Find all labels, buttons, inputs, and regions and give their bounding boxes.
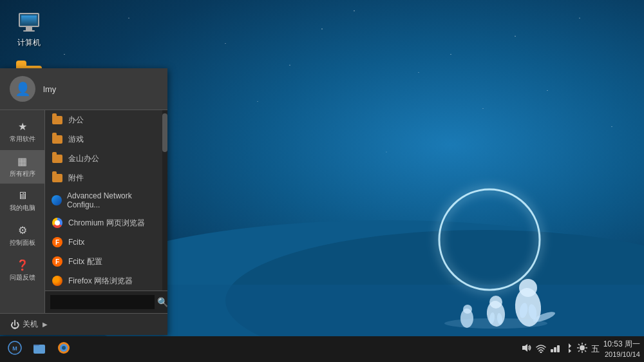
menu-item-games[interactable]: 游戏 [45, 129, 162, 149]
wifi-tray-icon[interactable] [536, 343, 546, 355]
menu-item-games-label: 游戏 [68, 134, 84, 145]
clock-time: 10:53 周一 [603, 339, 640, 350]
menu-item-jinshan[interactable]: 金山办公 [45, 149, 162, 168]
nav-all-programs-icon: ▦ [17, 155, 27, 167]
brightness-tray-icon[interactable] [577, 343, 587, 355]
bluetooth-tray-icon[interactable] [564, 343, 573, 355]
system-clock[interactable]: 10:53 周一 2019/10/14 [603, 339, 640, 359]
svg-line-35 [578, 350, 580, 352]
svg-point-21 [62, 346, 66, 350]
power-label: 关机 [23, 319, 38, 330]
menu-item-fcitx-label: Fcitx [68, 238, 84, 247]
settings-taskbar-icon: M [8, 341, 22, 358]
nav-feedback-icon: ❓ [16, 259, 29, 271]
taskbar: M [0, 336, 644, 362]
nav-my-computer-label: 我的电脑 [10, 204, 35, 213]
svg-marker-22 [522, 344, 527, 352]
svg-point-23 [540, 352, 542, 354]
fcitx-icon: F [52, 236, 63, 248]
nav-control-panel[interactable]: ⚙ 控制面板 [0, 219, 44, 252]
svg-rect-18 [33, 345, 45, 354]
menu-item-office[interactable]: 办公 [45, 110, 162, 129]
jinshan-folder-icon [52, 153, 63, 164]
clock-date: 2019/10/14 [605, 350, 640, 359]
start-menu: 👤 lmy ★ 常用软件 ▦ 所有程序 🖥 我的电脑 ⚙ [0, 68, 167, 335]
svg-rect-26 [557, 345, 560, 352]
menu-scroll-wrapper: 办公 游戏 金山办公 附件 [45, 110, 167, 291]
power-icon: ⏻ [10, 319, 19, 330]
power-button[interactable]: ⏻ 关机 ▶ [6, 317, 52, 332]
firefox-icon [52, 275, 63, 287]
menu-item-office-label: 办公 [68, 115, 84, 126]
svg-point-27 [580, 345, 585, 350]
menu-item-fcitx-config[interactable]: F Fcitx 配置 [45, 252, 162, 271]
nav-all-programs[interactable]: ▦ 所有程序 [0, 150, 44, 184]
system-tray: 五 10:53 周一 2019/10/14 [522, 339, 640, 359]
user-section: 👤 lmy [0, 68, 167, 110]
computer-icon [16, 9, 42, 35]
svg-point-15 [444, 318, 547, 329]
games-folder-icon [52, 133, 63, 145]
nav-my-computer[interactable]: 🖥 我的电脑 [0, 185, 44, 218]
menu-body: ★ 常用软件 ▦ 所有程序 🖥 我的电脑 ⚙ 控制面板 ❓ 问题反馈 [0, 110, 167, 313]
accessories-folder-icon [52, 172, 63, 184]
menu-item-fcitx[interactable]: F Fcitx [45, 233, 162, 252]
nav-common-software-label: 常用软件 [10, 135, 35, 144]
search-icon[interactable]: 🔍 [155, 296, 167, 309]
adv-network-icon [52, 195, 62, 206]
volume-tray-icon[interactable] [522, 343, 532, 355]
desktop-icon-computer[interactable]: 计算机 [6, 6, 52, 51]
svg-line-33 [585, 350, 586, 352]
search-box: 🔍 [45, 291, 167, 313]
menu-item-chromium-label: Chromium 网页浏览器 [68, 218, 145, 229]
fcitx-config-icon: F [52, 256, 63, 267]
svg-rect-25 [554, 347, 556, 352]
nav-control-panel-label: 控制面板 [10, 238, 35, 247]
svg-rect-24 [551, 349, 553, 352]
svg-point-13 [463, 305, 472, 314]
nav-common-software[interactable]: ★ 常用软件 [0, 115, 44, 149]
svg-line-34 [585, 344, 586, 345]
menu-item-accessories-label: 附件 [68, 173, 84, 184]
menu-scrollbar[interactable] [162, 110, 167, 291]
menu-item-jinshan-label: 金山办公 [68, 153, 99, 164]
menu-content: 办公 游戏 金山办公 附件 [45, 110, 167, 313]
network-tray-icon[interactable] [550, 343, 560, 355]
menu-item-chromium[interactable]: Chromium 网页浏览器 [45, 213, 162, 233]
nav-feedback[interactable]: ❓ 问题反馈 [0, 254, 44, 287]
menu-item-firefox-label: Firefox 网络浏览器 [68, 276, 133, 287]
menu-item-accessories[interactable]: 附件 [45, 168, 162, 187]
power-section: ⏻ 关机 ▶ [0, 313, 167, 335]
nav-feedback-label: 问题反馈 [10, 273, 35, 282]
menu-item-adv-network[interactable]: Advanced Network Configu... [45, 187, 162, 213]
svg-point-5 [519, 279, 537, 297]
menu-item-fcitx-config-label: Fcitx 配置 [68, 256, 102, 267]
svg-point-9 [489, 296, 502, 309]
nav-common-software-icon: ★ [18, 120, 27, 133]
left-nav: ★ 常用软件 ▦ 所有程序 🖥 我的电脑 ⚙ 控制面板 ❓ 问题反馈 [0, 110, 45, 313]
svg-line-32 [578, 344, 580, 345]
taskbar-app-files[interactable] [28, 338, 50, 360]
files-taskbar-icon [32, 341, 46, 358]
chromium-icon [52, 217, 63, 229]
desktop: 计算机 主文件夹 👤 lmy ★ 常用软件 ▦ 所有程序 [0, 0, 644, 362]
taskbar-app-settings[interactable]: M [4, 338, 26, 360]
menu-scroll[interactable]: 办公 游戏 金山办公 附件 [45, 110, 167, 291]
menu-scrollbar-thumb [162, 113, 167, 152]
taskbar-app-firefox[interactable] [53, 338, 75, 360]
ime-tray-icon[interactable]: 五 [591, 343, 600, 355]
office-folder-icon [52, 114, 63, 126]
menu-item-adv-network-label: Advanced Network Configu... [67, 191, 156, 209]
firefox-taskbar-icon [57, 341, 71, 358]
menu-item-firefox[interactable]: Firefox 网络浏览器 [45, 271, 162, 291]
nav-control-panel-icon: ⚙ [18, 224, 27, 236]
computer-icon-label: 计算机 [17, 37, 41, 48]
search-input[interactable] [50, 295, 155, 309]
power-arrow-icon: ▶ [43, 321, 48, 328]
username-label: lmy [43, 84, 56, 94]
svg-text:M: M [12, 345, 17, 352]
user-avatar: 👤 [10, 76, 35, 102]
nav-my-computer-icon: 🖥 [17, 190, 28, 202]
nav-all-programs-label: 所有程序 [10, 169, 35, 178]
